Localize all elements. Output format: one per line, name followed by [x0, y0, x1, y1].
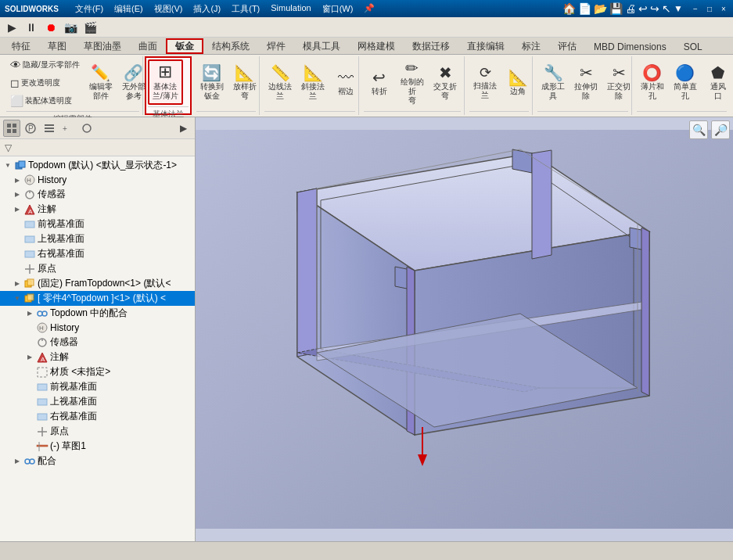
jog-button[interactable]: ↩ 转折	[364, 60, 395, 106]
undo-icon[interactable]: ↩	[638, 2, 648, 15]
tree-item-annotation-sub[interactable]: ▶ A 注解	[0, 350, 195, 364]
save-icon[interactable]: 💾	[609, 2, 623, 15]
tree-item-right-plane[interactable]: ▶ 右视基准面	[0, 246, 195, 261]
assembly-transparency-button[interactable]: ⬜ 装配体透明度	[6, 92, 84, 109]
minimize-button[interactable]: −	[689, 3, 702, 14]
frame-expand[interactable]: ▶	[13, 279, 22, 289]
tree-root[interactable]: ▼ Topdown (默认) <默认_显示状态-1>	[0, 158, 195, 173]
tab-weld[interactable]: 焊件	[258, 38, 294, 54]
feature-manager-tab[interactable]	[3, 120, 20, 137]
select-icon[interactable]: ↖	[662, 2, 671, 15]
normal-cut-button[interactable]: ✂ 正交切除	[603, 60, 634, 106]
sensor-expand[interactable]: ▶	[13, 190, 22, 199]
menu-view[interactable]: 视图(V)	[149, 2, 188, 16]
corner-button[interactable]: 📐 边角	[502, 60, 534, 106]
menu-insert[interactable]: 插入(J)	[189, 2, 225, 16]
zoom-in-button[interactable]: 🔍	[689, 120, 708, 139]
tree-item-origin[interactable]: ▶ 原点	[0, 261, 195, 276]
tab-annotation[interactable]: 标注	[513, 38, 549, 54]
sweep-flange-button[interactable]: ⟳ 扫描法兰	[469, 60, 501, 106]
drawn-bend-button[interactable]: ✏ 绘制的折弯	[397, 60, 429, 106]
miter-flange-button[interactable]: 📐 斜接法兰	[297, 60, 329, 106]
menu-pin[interactable]: 📌	[359, 2, 379, 16]
edge-flange-button[interactable]: 📏 边线法兰	[264, 60, 296, 106]
redo-icon[interactable]: ↪	[650, 2, 659, 15]
new-doc-icon[interactable]: 📄	[578, 2, 591, 15]
annotation-expand[interactable]: ▶	[13, 205, 22, 214]
tree-item-right-plane-sub[interactable]: ▶ 右视基准面	[0, 409, 195, 424]
more-icon[interactable]: ▼	[674, 3, 683, 14]
tree-item-top-plane-sub[interactable]: ▶ 上视基准面	[0, 394, 195, 409]
tab-surface[interactable]: 曲面	[130, 38, 166, 54]
mates-bottom-expand[interactable]: ▶	[13, 457, 22, 466]
simple-hole-button[interactable]: 🔵 简单直孔	[670, 60, 701, 106]
base-flange-button[interactable]: ⊞ 基体法兰/薄片	[148, 59, 183, 105]
change-transparency-button[interactable]: ◻ 更改透明度	[6, 74, 84, 92]
cross-break-button[interactable]: ✖ 交叉折弯	[429, 60, 461, 106]
play-button[interactable]: ▶	[3, 19, 20, 36]
hem-button[interactable]: 〰 褶边	[330, 60, 361, 106]
panel-expand-button[interactable]: ▶	[174, 120, 192, 137]
print-icon[interactable]: 🖨	[625, 2, 636, 15]
history-expand[interactable]: ▶	[13, 175, 22, 185]
tab-mesh[interactable]: 网格建模	[349, 38, 404, 54]
3d-viewport[interactable]: 🔍 🔎	[196, 117, 733, 541]
tree-item-sketch1[interactable]: ▶ (-) 草图1	[0, 439, 195, 454]
feature-tree[interactable]: ▼ Topdown (默认) <默认_显示状态-1> ▶ H History ▶	[0, 156, 195, 541]
tree-item-material[interactable]: ▶ 材质 <未指定>	[0, 364, 195, 379]
tab-sheetmetal[interactable]: 钣金	[166, 38, 203, 54]
tree-item-front-plane-sub[interactable]: ▶ 前视基准面	[0, 379, 195, 394]
menu-simulation[interactable]: Simulation	[266, 2, 315, 16]
tab-direct[interactable]: 直接编辑	[458, 38, 513, 54]
tree-item-sensor-top[interactable]: ▶ 传感器	[0, 187, 195, 202]
tab-migration[interactable]: 数据迁移	[404, 38, 458, 54]
vent-button[interactable]: ⬟ 通风口	[702, 60, 733, 106]
annotation-sub-expand[interactable]: ▶	[25, 353, 34, 362]
screenshot-button[interactable]: 📷	[62, 19, 79, 36]
menu-file[interactable]: 文件(F)	[70, 2, 108, 16]
tab-sketch-ink[interactable]: 草图油墨	[75, 38, 130, 54]
dim-xpert-tab[interactable]: +	[59, 120, 77, 137]
tree-item-topdown-mates[interactable]: ▶ Topdown 中的配合	[0, 306, 195, 321]
zoom-out-button[interactable]: 🔎	[711, 120, 730, 139]
tab-sketch[interactable]: 草图	[39, 38, 75, 54]
menu-tools[interactable]: 工具(T)	[227, 2, 264, 16]
tree-item-top-plane[interactable]: ▶ 上视基准面	[0, 232, 195, 246]
tab-mold[interactable]: 模具工具	[294, 38, 349, 54]
root-expand-arrow[interactable]: ▼	[3, 161, 13, 171]
display-manager-tab[interactable]	[78, 120, 95, 137]
pause-button[interactable]: ⏸	[23, 19, 40, 36]
menu-edit[interactable]: 编辑(E)	[110, 2, 148, 16]
open-icon[interactable]: 📂	[594, 2, 607, 15]
maximize-button[interactable]: □	[703, 3, 716, 14]
configuration-manager-tab[interactable]	[41, 120, 58, 137]
extruded-cut-button[interactable]: ✂ 拉伸切除	[570, 60, 602, 106]
tab-mbd[interactable]: MBD Dimensions	[585, 38, 675, 54]
tree-item-sensor-sub[interactable]: ▶ 传感器	[0, 335, 195, 350]
record-button[interactable]: ⏺	[42, 19, 59, 36]
tree-item-annotation-top[interactable]: ▶ A 注解	[0, 202, 195, 217]
forming-tool-button[interactable]: 🔧 成形工具	[537, 60, 569, 106]
property-manager-tab[interactable]: P	[22, 120, 39, 137]
nav-home-icon[interactable]: 🏠	[562, 2, 576, 15]
mates-expand[interactable]: ▶	[25, 309, 34, 318]
tree-item-history-top[interactable]: ▶ H History	[0, 173, 195, 187]
tree-item-mates-bottom[interactable]: ▶ 配合	[0, 454, 195, 468]
lofted-bend-button[interactable]: 📐 放样折弯	[229, 60, 261, 106]
tree-item-history-sub[interactable]: ▶ H History	[0, 321, 195, 335]
tree-item-origin-sub[interactable]: ▶ 原点	[0, 424, 195, 439]
tree-item-part4[interactable]: ▼ [ 零件4^Topdown ]<1> (默认) <	[0, 291, 195, 306]
close-button[interactable]: ×	[717, 3, 730, 14]
tree-item-front-plane[interactable]: ▶ 前视基准面	[0, 217, 195, 232]
tab-sol[interactable]: SOL	[675, 38, 711, 54]
tab-holes-button[interactable]: ⭕ 薄片和孔	[637, 60, 668, 106]
part4-expand[interactable]: ▼	[13, 294, 22, 303]
hide-show-parts-button[interactable]: 👁 隐藏/显示零部件	[6, 56, 84, 74]
convert-to-sheetmetal-button[interactable]: 🔄 转换到钣金	[196, 60, 228, 106]
tab-feature[interactable]: 特征	[3, 38, 39, 54]
tab-structure[interactable]: 结构系统	[203, 38, 258, 54]
tree-item-frame[interactable]: ▶ (固定) FramTopdown<1> (默认<	[0, 276, 195, 291]
video-button[interactable]: 🎬	[81, 19, 99, 36]
menu-window[interactable]: 窗口(W)	[318, 2, 358, 16]
edit-part-button[interactable]: ✏️ 编辑零部件	[85, 60, 117, 106]
